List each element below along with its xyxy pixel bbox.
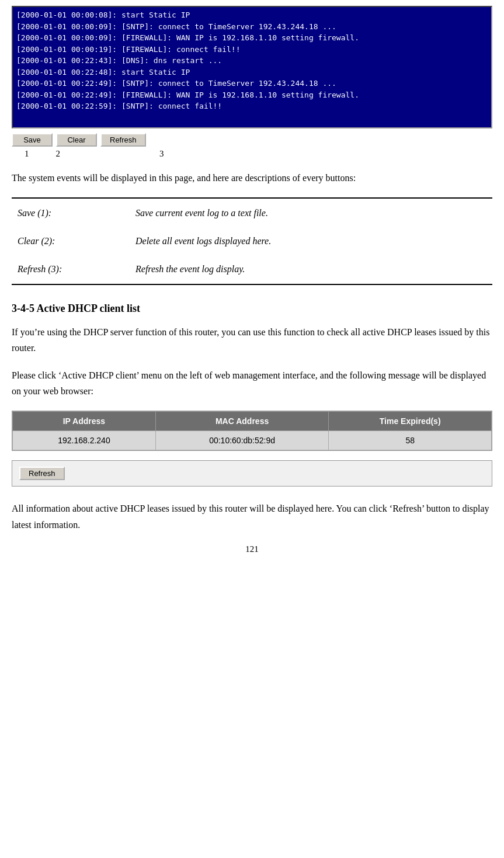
log-button-row: Save Clear Refresh [12, 133, 492, 147]
btn-number-1: 1 [25, 149, 29, 159]
log-content: [2000-01-01 00:00:08]: start Static IP [… [16, 9, 488, 112]
dhcp-col-time: Time Expired(s) [329, 412, 492, 431]
refresh-button[interactable]: Refresh [100, 133, 146, 147]
clear-button[interactable]: Clear [56, 133, 97, 147]
desc-save-label: Save (1): [13, 200, 130, 227]
dhcp-table-header-row: IP Address MAC Address Time Expired(s) [13, 412, 492, 431]
dhcp-table: IP Address MAC Address Time Expired(s) 1… [12, 411, 492, 450]
desc-refresh-label: Refresh (3): [13, 256, 130, 283]
desc-clear-label: Clear (2): [13, 228, 130, 255]
dhcp-refresh-button[interactable]: Refresh [19, 467, 65, 480]
para2: Please click ‘Active DHCP client’ menu o… [12, 367, 492, 399]
save-button[interactable]: Save [12, 133, 53, 147]
section-heading-container: 3-4-5 Active DHCP client list [12, 303, 492, 315]
description-table: Save (1): Save current event log to a te… [12, 197, 492, 285]
desc-refresh-text: Refresh the event log display. [131, 256, 491, 283]
desc-row-refresh: Refresh (3): Refresh the event log displ… [13, 256, 491, 283]
desc-save-text: Save current event log to a text file. [131, 200, 491, 227]
dhcp-table-container: IP Address MAC Address Time Expired(s) 1… [12, 411, 492, 451]
dhcp-table-row: 192.168.2.24000:10:60:db:52:9d58 [13, 431, 492, 450]
btn-number-3: 3 [159, 149, 164, 159]
dhcp-col-mac: MAC Address [155, 412, 329, 431]
description-intro: The system events will be displayed in t… [12, 171, 492, 186]
button-number-labels: 1 2 3 [12, 149, 492, 159]
dhcp-refresh-area: Refresh [12, 460, 492, 487]
btn-number-2: 2 [56, 149, 61, 159]
section-heading: 3-4-5 Active DHCP client list [12, 303, 140, 314]
desc-clear-text: Delete all event logs displayed here. [131, 228, 491, 255]
dhcp-table-cell: 58 [329, 431, 492, 450]
dhcp-table-cell: 00:10:60:db:52:9d [155, 431, 329, 450]
page-number: 121 [12, 544, 492, 554]
para3: All information about active DHCP leases… [12, 501, 492, 532]
event-log-display[interactable]: [2000-01-01 00:00:08]: start Static IP [… [12, 6, 492, 128]
para1: If you’re using the DHCP server function… [12, 324, 492, 356]
desc-row-clear: Clear (2): Delete all event logs display… [13, 228, 491, 255]
dhcp-col-ip: IP Address [13, 412, 156, 431]
desc-row-save: Save (1): Save current event log to a te… [13, 200, 491, 227]
dhcp-table-cell: 192.168.2.240 [13, 431, 156, 450]
